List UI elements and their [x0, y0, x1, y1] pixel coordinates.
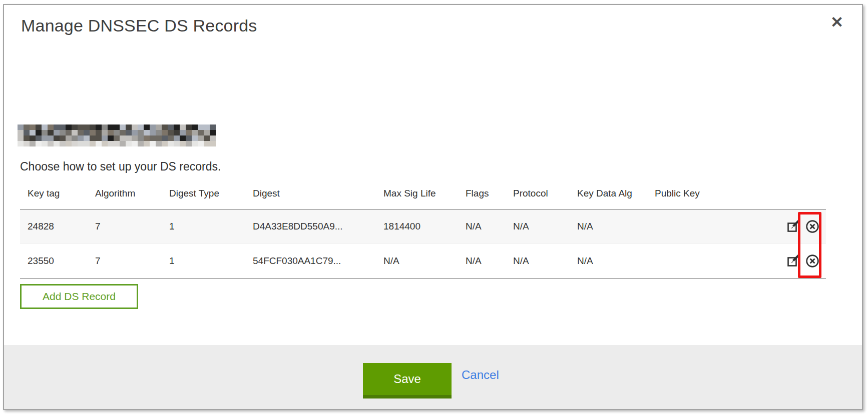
column-header-public-key: Public Key [647, 188, 778, 199]
cell-digest-type: 1 [162, 221, 245, 232]
cell-key-data-alg: N/A [570, 221, 647, 232]
cell-digest-type: 1 [162, 256, 245, 266]
redacted-domain-name [18, 124, 216, 146]
column-header-key-tag: Key tag [20, 188, 88, 199]
cell-digest: D4A33E8DD550A9... [245, 221, 376, 232]
table-header-row: Key tag Algorithm Digest Type Digest Max… [20, 186, 826, 209]
edit-icon [786, 220, 800, 234]
column-header-protocol: Protocol [506, 188, 570, 199]
cell-protocol: N/A [506, 256, 570, 266]
table-row: 24828 7 1 D4A33E8DD550A9... 1814400 N/A … [20, 209, 826, 243]
add-ds-record-button[interactable]: Add DS Record [20, 284, 138, 309]
cell-algorithm: 7 [88, 221, 162, 232]
column-header-flags: Flags [458, 188, 506, 199]
row-actions [778, 219, 826, 234]
cell-max-sig-life: N/A [376, 256, 458, 266]
cancel-link[interactable]: Cancel [462, 368, 499, 382]
page: Manage DNSSEC DS Records ✕ Choose how to… [0, 0, 868, 415]
row-actions [778, 254, 826, 268]
delete-record-button[interactable] [805, 219, 820, 234]
edit-icon [786, 254, 800, 268]
column-header-algorithm: Algorithm [88, 188, 162, 199]
column-header-key-data-alg: Key Data Alg [570, 188, 647, 199]
column-header-digest-type: Digest Type [162, 188, 245, 199]
cell-key-tag: 24828 [20, 221, 88, 232]
ds-records-table: Key tag Algorithm Digest Type Digest Max… [20, 186, 826, 279]
save-button[interactable]: Save [363, 363, 452, 398]
cell-flags: N/A [458, 221, 506, 232]
edit-record-button[interactable] [786, 219, 801, 234]
cell-key-data-alg: N/A [570, 256, 647, 266]
circle-x-icon [805, 254, 820, 268]
instruction-text: Choose how to set up your DS records. [20, 160, 221, 174]
edit-record-button[interactable] [786, 254, 801, 268]
close-icon: ✕ [830, 13, 843, 32]
cell-algorithm: 7 [88, 256, 162, 266]
delete-record-button[interactable] [805, 254, 820, 268]
cell-key-tag: 23550 [20, 256, 88, 266]
close-button[interactable]: ✕ [826, 11, 848, 33]
cell-protocol: N/A [506, 221, 570, 232]
modal-title: Manage DNSSEC DS Records [21, 16, 257, 36]
circle-x-icon [805, 219, 820, 234]
cell-flags: N/A [458, 256, 506, 266]
column-header-digest: Digest [245, 188, 376, 199]
cell-digest: 54FCF030AA1C79... [245, 256, 376, 266]
cell-max-sig-life: 1814400 [376, 221, 458, 232]
table-row: 23550 7 1 54FCF030AA1C79... N/A N/A N/A … [20, 243, 826, 279]
column-header-max-sig-life: Max Sig Life [376, 188, 458, 199]
